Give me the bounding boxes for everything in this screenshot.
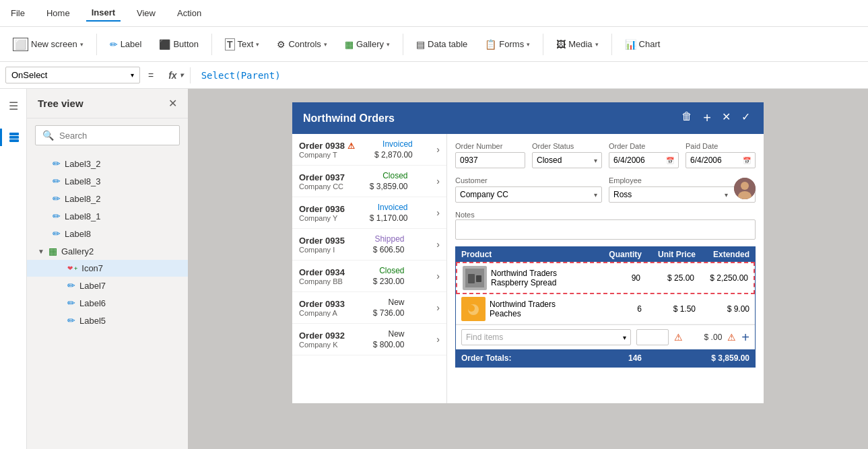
gallery-button[interactable]: ▦ Gallery ▾: [337, 34, 397, 55]
media-button[interactable]: 🖼 Media ▾: [549, 34, 605, 55]
controls-chevron: ▾: [324, 41, 327, 48]
search-icon: 🔍: [42, 130, 54, 141]
tree-item-label6[interactable]: ✏ Label6: [27, 294, 188, 312]
label-item-icon: ✏: [53, 193, 61, 204]
tree-item-label8[interactable]: ✏ Label8: [27, 225, 188, 242]
footer-qty-input[interactable]: [636, 329, 669, 345]
order-date-value[interactable]: 6/4/2006 📅: [609, 152, 679, 168]
new-screen-button[interactable]: ⬜ New screen ▾: [5, 33, 91, 56]
formula-fx-icon[interactable]: fx ▾: [162, 67, 190, 83]
notes-input[interactable]: [455, 219, 756, 240]
tree-item-label: Label8_3: [65, 176, 101, 186]
order-item-0934[interactable]: Order 0934 Company BB Closed $ 230.00 ›: [292, 261, 446, 292]
sidebar-icon-menu[interactable]: ☰: [0, 97, 26, 115]
menu-action[interactable]: Action: [172, 5, 207, 21]
label-item-icon: ✏: [67, 280, 75, 291]
order-date-text: 6/4/2006: [613, 156, 645, 165]
col-quantity: Quantity: [588, 250, 642, 259]
datatable-button[interactable]: ▤ Data table: [409, 34, 475, 55]
qty-0: 90: [587, 273, 640, 283]
tree-item-label8-2[interactable]: ✏ Label8_2: [27, 190, 188, 207]
order-item-0938[interactable]: Order 0938 ⚠ Company T Invoiced $ 2,870.…: [292, 134, 446, 166]
menu-view[interactable]: View: [131, 5, 161, 21]
media-chevron: ▾: [595, 41, 599, 48]
order-right-0938: Invoiced $ 2,870.00: [374, 139, 413, 160]
order-chevron-0935: ›: [436, 239, 440, 250]
tree-item-icon7[interactable]: ❤+ Icon7: [27, 260, 188, 277]
button-icon: ⬛: [159, 39, 170, 50]
tree-item-label5[interactable]: ✏ Label5: [27, 312, 188, 329]
text-icon: T: [225, 38, 235, 50]
status-dropdown-icon: ▾: [594, 157, 597, 164]
customer-label: Customer: [455, 176, 602, 184]
svg-rect-0: [9, 133, 19, 135]
tree-item-label8-1[interactable]: ✏ Label8_1: [27, 207, 188, 225]
order-status-value[interactable]: Closed ▾: [532, 152, 602, 168]
order-company-0932: Company K: [299, 341, 345, 349]
find-items-select[interactable]: Find items ▾: [461, 329, 631, 345]
order-chevron-0937: ›: [436, 176, 440, 186]
col-unit-price: Unit Price: [642, 250, 696, 259]
formula-selector-chevron: ▾: [131, 71, 134, 79]
close-icon[interactable]: ✕: [719, 109, 733, 127]
delete-icon[interactable]: 🗑: [679, 109, 695, 127]
search-box[interactable]: 🔍: [35, 125, 180, 145]
label-item-icon: ✏: [67, 315, 75, 326]
warning-icon-0938: ⚠: [347, 141, 355, 151]
expand-arrow-icon[interactable]: ▼: [38, 248, 44, 255]
order-left-0936: Order 0936 Company Y: [299, 204, 345, 222]
confirm-icon[interactable]: ✓: [739, 109, 753, 127]
add-icon[interactable]: +: [700, 109, 714, 127]
menu-insert[interactable]: Insert: [86, 5, 121, 22]
order-left-0932: Order 0932 Company K: [299, 331, 345, 349]
label-button[interactable]: ✏ Label: [102, 34, 149, 55]
tree-item-label3-2[interactable]: ✏ Label3_2: [27, 155, 188, 172]
chart-button[interactable]: 📊 Chart: [617, 34, 668, 55]
ext-1: $ 9.00: [696, 304, 749, 314]
order-item-0935[interactable]: Order 0935 Company I Shipped $ 606.50 ›: [292, 229, 446, 261]
paid-date-value[interactable]: 6/4/2006 📅: [686, 152, 756, 168]
employee-dropdown-icon: ▾: [725, 191, 728, 199]
footer-add-button[interactable]: +: [741, 330, 749, 345]
tree-item-label7[interactable]: ✏ Label7: [27, 277, 188, 294]
order-item-0936[interactable]: Order 0936 Company Y Invoiced $ 1,170.00…: [292, 197, 446, 229]
order-chevron-0934: ›: [436, 271, 440, 281]
order-item-0932[interactable]: Order 0932 Company K New $ 800.00 ›: [292, 324, 446, 355]
customer-field: Customer Company CC ▾: [455, 176, 602, 203]
product-row-0[interactable]: Northwind Traders Raspberry Spread 90 $ …: [456, 262, 755, 294]
search-input[interactable]: [59, 131, 172, 141]
tree-item-gallery2[interactable]: ▼ ▦ Gallery2: [27, 242, 188, 260]
text-button[interactable]: T Text ▾: [218, 34, 267, 55]
button-button[interactable]: ⬛ Button: [152, 34, 206, 55]
product-footer: Find items ▾ ⚠ $ .00 ⚠ +: [456, 324, 755, 349]
formula-selector[interactable]: OnSelect ▾: [5, 67, 140, 83]
order-right-0933: New $ 736.00: [373, 298, 405, 318]
tree-close-button[interactable]: ✕: [168, 97, 177, 110]
menu-home[interactable]: Home: [41, 5, 75, 21]
find-items-chevron: ▾: [623, 334, 626, 341]
sidebar-icon-layers[interactable]: [0, 129, 26, 146]
sep4: [543, 34, 543, 55]
menu-file[interactable]: File: [5, 5, 30, 21]
product-table: Product Quantity Unit Price Extended: [455, 246, 756, 368]
order-num-0934: Order 0934: [299, 267, 345, 277]
formula-expression[interactable]: Select(Parent): [196, 70, 863, 81]
order-number-field: Order Number 0937: [455, 142, 525, 168]
controls-button[interactable]: ⚙ Controls ▾: [269, 34, 334, 55]
order-date-calendar-icon: 📅: [666, 157, 674, 164]
order-number-value: 0937: [455, 152, 525, 168]
order-amount-0938: $ 2,870.00: [374, 150, 413, 160]
order-amount-0935: $ 606.50: [373, 245, 405, 254]
text-btn-label: Text: [238, 39, 254, 49]
customer-value[interactable]: Company CC ▾: [455, 186, 602, 203]
order-item-0937[interactable]: Order 0937 Company CC Closed $ 3,859.00 …: [292, 166, 446, 197]
order-num-0933: Order 0933: [299, 299, 345, 309]
tree-item-label: Label7: [79, 281, 106, 291]
forms-button[interactable]: 📋 Forms ▾: [477, 34, 537, 55]
order-left-0937: Order 0937 Company CC: [299, 172, 345, 191]
product-row-1[interactable]: Northwind Traders Peaches 6 $ 1.50 $ 9.0…: [456, 294, 755, 324]
order-item-0933[interactable]: Order 0933 Company A New $ 736.00 ›: [292, 292, 446, 324]
canvas-area: Northwind Orders 🗑 + ✕ ✓ Order 0938 ⚠: [188, 89, 868, 449]
tree-item-label8-3[interactable]: ✏ Label8_3: [27, 172, 188, 190]
forms-chevron: ▾: [527, 41, 530, 48]
